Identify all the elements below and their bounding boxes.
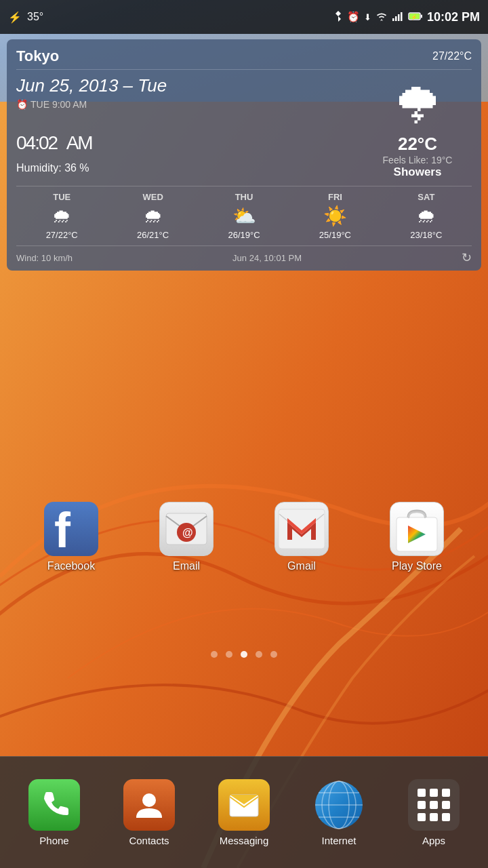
alarm-small-icon: ⏰ [16, 99, 28, 110]
widget-main: Jun 25, 2013 – Tue ⏰ TUE 9:00 AM 04:02 A… [16, 75, 472, 179]
email-label: Email [173, 560, 200, 572]
download-icon: ⬇ [364, 12, 371, 22]
gmail-label: Gmail [287, 560, 316, 572]
dock-icon-apps[interactable]: Apps [396, 779, 471, 846]
refresh-icon[interactable]: ↻ [462, 250, 472, 265]
email-icon-img: @ [159, 502, 214, 556]
gmail-icon-img [274, 502, 329, 556]
svg-rect-4 [398, 14, 400, 21]
usb-icon: ⚡ [8, 11, 22, 24]
page-indicators [0, 651, 488, 658]
alarm-icon: ⏰ [347, 11, 360, 23]
svg-rect-5 [401, 12, 403, 21]
bluetooth-icon [333, 10, 343, 24]
app-grid: f Facebook @ Email [0, 502, 488, 572]
forecast-row: TUE 🌧 27/22°C WED 🌧 26/21°C THU ⛅ 26/19°… [16, 186, 472, 240]
signal-icon [392, 12, 404, 23]
svg-rect-24 [418, 789, 426, 797]
page-dot-2[interactable] [241, 651, 247, 658]
widget-city: Tokyo [16, 47, 59, 65]
widget-footer: Wind: 10 km/h Jun 24, 10:01 PM ↻ [16, 245, 472, 265]
svg-text:f: f [54, 505, 71, 553]
forecast-day-2: THU ⛅ 26/19°C [199, 192, 289, 240]
page-dot-4[interactable] [270, 651, 277, 658]
widget-last-update: Jun 24, 10:01 PM [232, 253, 302, 263]
page-dot-1[interactable] [226, 651, 232, 658]
forecast-day-0: TUE 🌧 27/22°C [16, 192, 107, 240]
svg-rect-25 [430, 789, 438, 797]
svg-point-16 [142, 793, 156, 807]
contacts-label: Contacts [129, 835, 169, 846]
widget-alarm: ⏰ TUE 9:00 AM [16, 99, 363, 110]
dock-icon-internet[interactable]: Internet [302, 779, 376, 846]
phone-label: Phone [39, 835, 68, 846]
page-dot-0[interactable] [211, 651, 218, 658]
svg-rect-30 [418, 813, 426, 821]
status-right-icons: ⏰ ⬇ ⚡ 10:02 PM [333, 10, 480, 24]
svg-rect-26 [442, 789, 450, 797]
apps-icon-img [408, 779, 460, 831]
svg-rect-28 [430, 801, 438, 809]
svg-text:⚡: ⚡ [411, 14, 418, 20]
widget-left: Jun 25, 2013 – Tue ⏰ TUE 9:00 AM 04:02 A… [16, 75, 363, 174]
status-bar: ⚡ 35° ⏰ ⬇ [0, 0, 488, 34]
forecast-day-1: WED 🌧 26/21°C [107, 192, 198, 240]
widget-clock: 04:02 AM [16, 114, 363, 158]
phone-icon-img [28, 779, 80, 831]
weather-icon-main: 🌩 [363, 82, 472, 131]
widget-temp-range: 27/22°C [432, 50, 472, 62]
widget-header: Tokyo 27/22°C [16, 47, 472, 70]
dock-icon-phone[interactable]: Phone [17, 779, 92, 846]
dock-icon-contacts[interactable]: Contacts [112, 779, 186, 846]
status-temperature: 35° [27, 11, 43, 23]
svg-rect-7 [421, 14, 422, 18]
dock: Phone Contacts Messaging [0, 756, 488, 868]
svg-rect-27 [418, 801, 426, 809]
widget-wind: Wind: 10 km/h [16, 253, 73, 263]
weather-description: Showers [363, 165, 472, 179]
svg-rect-32 [442, 813, 450, 821]
app-icon-email[interactable]: @ Email [142, 502, 230, 572]
app-icon-facebook[interactable]: f Facebook [27, 502, 115, 572]
widget-humidity: Humidity: 36 % [16, 162, 363, 174]
weather-temp-now: 22°C [363, 134, 472, 155]
dock-icon-messaging[interactable]: Messaging [207, 779, 281, 846]
internet-icon-img [313, 779, 365, 831]
forecast-day-4: SAT 🌧 23/18°C [381, 192, 472, 240]
svg-rect-31 [430, 813, 438, 821]
contacts-icon-img [123, 779, 175, 831]
messaging-label: Messaging [220, 835, 269, 846]
weather-widget: Tokyo 27/22°C Jun 25, 2013 – Tue ⏰ TUE 9… [7, 39, 481, 271]
svg-rect-29 [442, 801, 450, 809]
weather-feels-like: Feels Like: 19°C [363, 155, 472, 165]
page-dot-3[interactable] [256, 651, 262, 658]
battery-icon: ⚡ [408, 12, 423, 23]
app-icon-gmail[interactable]: Gmail [258, 502, 346, 572]
internet-label: Internet [322, 835, 357, 846]
playstore-label: Play Store [392, 560, 442, 572]
svg-rect-3 [395, 16, 397, 21]
forecast-day-3: FRI ☀️ 25/19°C [289, 192, 380, 240]
wifi-icon [375, 12, 388, 23]
status-left-icons: ⚡ 35° [8, 11, 43, 24]
app-icon-playstore[interactable]: Play Store [373, 502, 461, 572]
apps-label: Apps [422, 835, 445, 846]
svg-rect-14 [279, 509, 325, 549]
facebook-icon-img: f [44, 502, 98, 556]
facebook-label: Facebook [47, 560, 95, 572]
svg-text:@: @ [182, 527, 193, 538]
status-time: 10:02 PM [427, 10, 480, 24]
widget-right: 🌩 22°C Feels Like: 19°C Showers [363, 75, 472, 179]
playstore-icon-img [390, 502, 444, 556]
svg-rect-2 [392, 18, 394, 21]
widget-date: Jun 25, 2013 – Tue [16, 75, 363, 96]
messaging-icon-img [218, 779, 270, 831]
